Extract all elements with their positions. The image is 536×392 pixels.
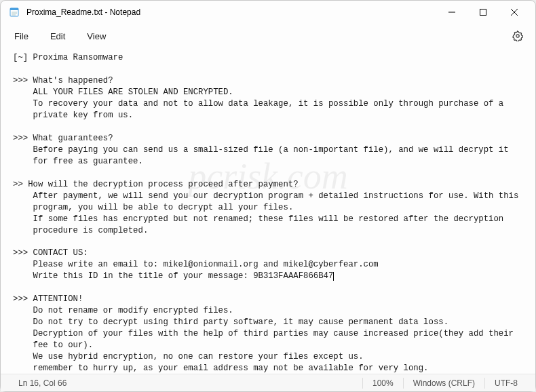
- status-position: Ln 16, Col 66: [9, 378, 76, 388]
- notepad-window: Proxima_Readme.txt - Notepad File Edit V…: [0, 0, 536, 392]
- svg-point-9: [516, 35, 519, 37]
- close-button[interactable]: [499, 2, 530, 22]
- menu-view[interactable]: View: [79, 28, 114, 44]
- status-encoding: UTF-8: [485, 378, 527, 388]
- menubar: File Edit View: [1, 24, 535, 48]
- svg-rect-1: [10, 8, 18, 10]
- text-caret: [333, 272, 334, 281]
- statusbar: Ln 16, Col 66 100% Windows (CRLF) UTF-8: [1, 374, 535, 391]
- text-area[interactable]: [~] Proxima Ransomware >>> What's happen…: [1, 48, 535, 374]
- settings-button[interactable]: [505, 26, 530, 46]
- window-controls: [436, 2, 530, 22]
- maximize-button[interactable]: [467, 2, 499, 22]
- menu-edit[interactable]: Edit: [42, 28, 73, 44]
- minimize-button[interactable]: [436, 2, 467, 22]
- notepad-icon: [9, 7, 20, 18]
- window-title: Proxima_Readme.txt - Notepad: [26, 7, 436, 17]
- menu-file[interactable]: File: [6, 28, 37, 44]
- status-eol: Windows (CRLF): [404, 378, 484, 388]
- status-zoom[interactable]: 100%: [363, 378, 403, 388]
- gear-icon: [512, 31, 523, 41]
- document-text: [~] Proxima Ransomware >>> What's happen…: [13, 52, 524, 374]
- titlebar: Proxima_Readme.txt - Notepad: [1, 1, 535, 24]
- svg-rect-6: [480, 9, 486, 15]
